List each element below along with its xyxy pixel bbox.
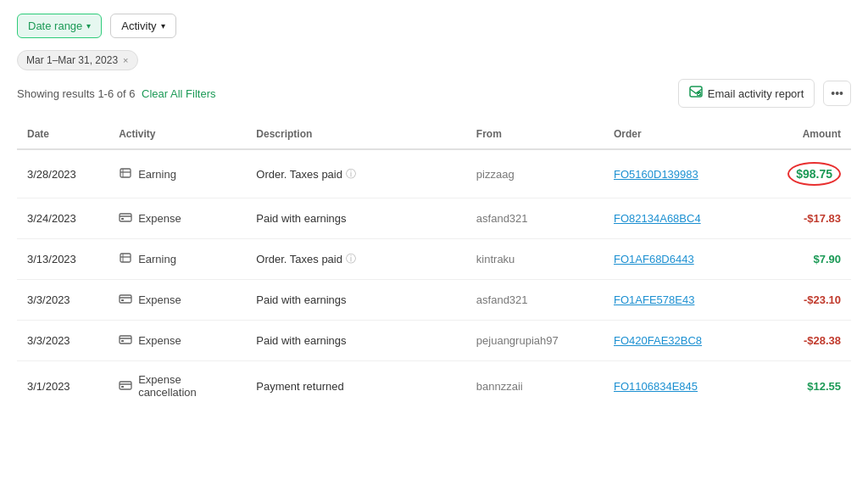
expense-icon — [119, 210, 132, 226]
col-header-activity: Activity — [108, 120, 246, 149]
table-row: 3/24/2023ExpensePaid with earningsasfand… — [17, 198, 851, 239]
email-report-label: Email activity report — [708, 87, 804, 100]
svg-rect-14 — [120, 336, 131, 344]
cell-order[interactable]: FO1AFE578E43 — [604, 280, 760, 321]
cell-description: Order. Taxes paidⓘ — [246, 239, 466, 280]
info-icon[interactable]: ⓘ — [346, 252, 356, 266]
toolbar: Date range ▾ Activity ▾ — [17, 14, 851, 38]
remove-date-chip-button[interactable]: × — [123, 55, 128, 65]
earning-icon — [119, 166, 132, 182]
order-link[interactable]: FO1AF68D6443 — [614, 253, 694, 265]
cell-description: Paid with earnings — [246, 280, 466, 321]
expense-icon — [119, 332, 132, 349]
cell-date: 3/13/2023 — [17, 239, 108, 280]
filter-chips: Mar 1–Mar 31, 2023 × — [17, 50, 851, 70]
cell-description: Order. Taxes paidⓘ — [246, 149, 466, 198]
cell-date: 3/1/2023 — [17, 361, 108, 411]
email-activity-report-button[interactable]: Email activity report — [678, 79, 815, 108]
cell-date: 3/3/2023 — [17, 280, 108, 321]
activity-filter[interactable]: Activity ▾ — [110, 14, 175, 38]
cell-amount: $7.90 — [760, 239, 851, 280]
activity-label: Expense — [138, 293, 181, 306]
order-link[interactable]: FO1AFE578E43 — [614, 293, 694, 306]
expense-cancel-icon — [119, 378, 132, 394]
activity-label: Earning — [138, 253, 176, 265]
cell-description: Paid with earnings — [246, 198, 466, 239]
cell-activity: Expense — [108, 280, 246, 321]
cell-amount: -$17.83 — [760, 198, 851, 239]
activity-table: Date Activity Description From Order Amo… — [17, 120, 851, 411]
cell-amount: $98.75 — [760, 149, 851, 198]
email-report-icon — [689, 85, 703, 102]
svg-rect-2 — [120, 169, 131, 177]
activity-label: Activity — [121, 20, 156, 32]
cell-from: pizzaag — [466, 149, 604, 198]
svg-rect-19 — [121, 386, 124, 388]
table-header-row: Date Activity Description From Order Amo… — [17, 120, 851, 149]
table-row: 3/28/2023EarningOrder. Taxes paidⓘpizzaa… — [17, 149, 851, 198]
table-row: 3/3/2023ExpensePaid with earningspejuang… — [17, 321, 851, 361]
cell-order[interactable]: FO420FAE32BC8 — [604, 321, 760, 361]
svg-rect-8 — [120, 254, 131, 262]
order-link[interactable]: FO420FAE32BC8 — [614, 334, 702, 347]
cell-from: bannzzaii — [466, 361, 604, 411]
order-link[interactable]: FO5160D139983 — [614, 168, 698, 181]
cell-activity: Expense — [108, 321, 246, 361]
results-info: Showing results 1-6 of 6 Clear All Filte… — [17, 87, 216, 100]
cell-description: Payment returned — [246, 361, 466, 411]
order-link[interactable]: FO1106834E845 — [614, 380, 698, 393]
clear-all-filters-button[interactable]: Clear All Filters — [142, 87, 215, 100]
svg-rect-5 — [120, 214, 131, 221]
svg-rect-16 — [121, 340, 124, 342]
svg-rect-13 — [121, 299, 124, 301]
cell-from: asfand321 — [466, 198, 604, 239]
svg-rect-7 — [121, 218, 124, 220]
info-icon[interactable]: ⓘ — [346, 167, 356, 182]
cell-amount: $12.55 — [760, 361, 851, 411]
cell-activity: Expense cancellation — [108, 361, 246, 411]
more-options-icon: ••• — [831, 87, 843, 100]
date-chip: Mar 1–Mar 31, 2023 × — [17, 50, 138, 70]
col-header-description: Description — [246, 120, 466, 149]
activity-label: Expense — [138, 212, 181, 225]
col-header-from: From — [466, 120, 604, 149]
cell-order[interactable]: FO1AF68D6443 — [604, 239, 760, 280]
earning-icon — [119, 251, 132, 267]
cell-order[interactable]: FO1106834E845 — [604, 361, 760, 411]
cell-date: 3/3/2023 — [17, 321, 108, 361]
order-link[interactable]: FO82134A68BC4 — [614, 212, 701, 225]
col-header-amount: Amount — [760, 120, 851, 149]
table-row: 3/3/2023ExpensePaid with earningsasfand3… — [17, 280, 851, 321]
svg-rect-17 — [120, 382, 131, 389]
table-row: 3/1/2023Expense cancellationPayment retu… — [17, 361, 851, 411]
activity-label: Earning — [138, 168, 176, 181]
col-header-date: Date — [17, 120, 108, 149]
date-range-chevron-icon: ▾ — [86, 21, 91, 31]
date-range-filter[interactable]: Date range ▾ — [17, 14, 102, 38]
cell-amount: -$28.38 — [760, 321, 851, 361]
cell-from: asfand321 — [466, 280, 604, 321]
svg-rect-1 — [697, 92, 701, 96]
activity-label: Expense — [138, 334, 181, 347]
results-count: Showing results 1-6 of 6 — [17, 87, 135, 100]
cell-order[interactable]: FO82134A68BC4 — [604, 198, 760, 239]
cell-date: 3/28/2023 — [17, 149, 108, 198]
cell-order[interactable]: FO5160D139983 — [604, 149, 760, 198]
amount-highlighted: $98.75 — [787, 162, 841, 186]
cell-amount: -$23.10 — [760, 280, 851, 321]
cell-from: kintraku — [466, 239, 604, 280]
cell-activity: Earning — [108, 149, 246, 198]
date-range-label: Date range — [28, 20, 82, 32]
col-header-order: Order — [604, 120, 760, 149]
svg-rect-11 — [120, 295, 131, 303]
right-actions: Email activity report ••• — [678, 79, 851, 108]
activity-chevron-icon: ▾ — [161, 21, 165, 31]
table-row: 3/13/2023EarningOrder. Taxes paidⓘkintra… — [17, 239, 851, 280]
expense-icon — [119, 292, 132, 308]
subheader: Showing results 1-6 of 6 Clear All Filte… — [17, 79, 851, 108]
date-chip-label: Mar 1–Mar 31, 2023 — [26, 54, 118, 66]
activity-label: Expense cancellation — [138, 373, 236, 399]
more-options-button[interactable]: ••• — [823, 81, 851, 106]
cell-activity: Expense — [108, 198, 246, 239]
cell-date: 3/24/2023 — [17, 198, 108, 239]
